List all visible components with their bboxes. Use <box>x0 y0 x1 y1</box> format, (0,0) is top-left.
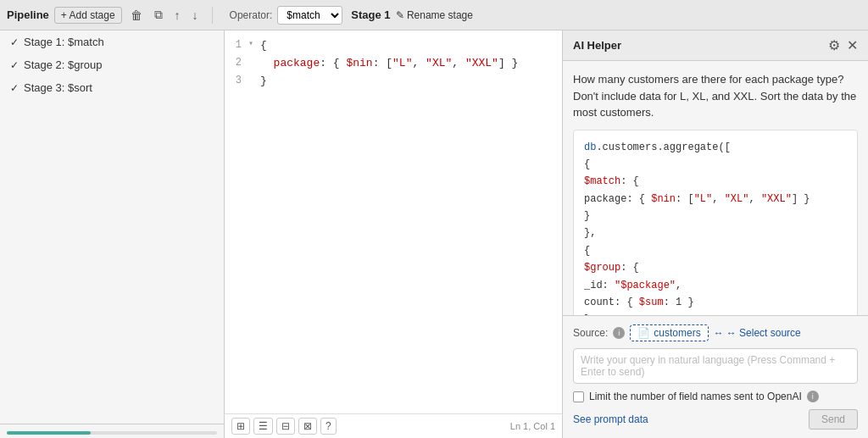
sidebar-item-stage1[interactable]: ✓ Stage 1: $match <box>0 30 224 53</box>
code-text: { <box>260 37 267 55</box>
ai-question-text: How many customers are there for each pa… <box>573 71 858 121</box>
query-placeholder-text: Write your query in natural language (Pr… <box>581 354 835 378</box>
ai-panel-header: AI Helper ⚙ ✕ <box>563 30 868 61</box>
pipeline-title: Pipeline <box>7 8 49 21</box>
code-text: package: { $nin: ["L", "XL", "XXL"] } <box>260 55 518 73</box>
ai-close-icon[interactable]: ✕ <box>847 37 858 53</box>
operator-section: Operator: $match $group $sort $project S… <box>230 6 473 25</box>
select-source-button[interactable]: ↔ ↔ Select source <box>714 327 801 339</box>
select-source-label: ↔ Select source <box>726 327 801 339</box>
toolbar-btn-3[interactable]: ⊟ <box>276 418 295 435</box>
check-icon: ✓ <box>10 36 19 48</box>
editor-line-2: 2 package: { $nin: ["L", "XL", "XXL"] } <box>225 55 562 73</box>
sidebar-footer <box>0 424 224 438</box>
send-row: See prompt data Send <box>573 409 858 430</box>
stage1-label: Stage 1: $match <box>24 36 104 48</box>
code-text: } <box>260 73 267 91</box>
editor-area: 1 ▾ { 2 package: { $nin: ["L", "XL", "XX… <box>225 30 563 438</box>
sidebar: ✓ Stage 1: $match ✓ Stage 2: $group ✓ St… <box>0 30 225 438</box>
collection-name: customers <box>654 327 700 339</box>
editor-footer: ⊞ ☰ ⊟ ⊠ ? Ln 1, Col 1 <box>225 413 562 438</box>
editor-line-1: 1 ▾ { <box>225 37 562 55</box>
progress-fill <box>7 431 91 435</box>
ai-footer: Source: i 📄 customers ↔ ↔ Select source … <box>563 315 868 438</box>
stage2-label: Stage 2: $group <box>24 58 103 71</box>
source-info-icon[interactable]: i <box>613 327 625 339</box>
line-number: 1 <box>225 37 248 53</box>
toolbar-btn-1[interactable]: ⊞ <box>231 418 250 435</box>
arrows-icon: ↔ <box>714 327 724 339</box>
toolbar-help-btn[interactable]: ? <box>320 418 337 435</box>
rename-stage-button[interactable]: ✎ Rename stage <box>396 9 473 21</box>
progress-bar <box>7 431 217 435</box>
limit-checkbox[interactable] <box>573 391 584 402</box>
source-row: Source: i 📄 customers ↔ ↔ Select source <box>573 324 858 341</box>
ai-panel: AI Helper ⚙ ✕ How many customers are the… <box>563 30 868 438</box>
ai-settings-icon[interactable]: ⚙ <box>828 37 840 53</box>
stage-label: Stage 1 <box>351 8 390 21</box>
toolbar-btn-4[interactable]: ⊠ <box>298 418 317 435</box>
editor-toolbar: ⊞ ☰ ⊟ ⊠ ? <box>231 418 337 435</box>
limit-label: Limit the number of field names sent to … <box>589 391 802 402</box>
operator-select[interactable]: $match $group $sort $project <box>277 6 342 25</box>
limit-info-icon[interactable]: i <box>807 391 819 402</box>
ai-code-block: db.customers.aggregate([ { $match: { pac… <box>573 130 858 316</box>
move-up-icon[interactable]: ↑ <box>171 7 184 24</box>
toolbar-btn-2[interactable]: ☰ <box>253 418 273 435</box>
collapse-arrow[interactable]: ▾ <box>248 37 260 51</box>
source-label: Source: <box>573 327 608 339</box>
check-icon: ✓ <box>10 82 19 94</box>
stage3-label: Stage 3: $sort <box>24 81 92 94</box>
editor-line-3: 3 } <box>225 73 562 91</box>
editor-content[interactable]: 1 ▾ { 2 package: { $nin: ["L", "XL", "XX… <box>225 30 562 413</box>
sidebar-item-stage3[interactable]: ✓ Stage 3: $sort <box>0 76 224 99</box>
main-content: ✓ Stage 1: $match ✓ Stage 2: $group ✓ St… <box>0 30 868 438</box>
operator-label: Operator: <box>230 9 273 21</box>
pipeline-section: Pipeline + Add stage 🗑 ⧉ ↑ ↓ <box>7 6 202 24</box>
status-bar: Ln 1, Col 1 <box>510 421 555 431</box>
top-bar: Pipeline + Add stage 🗑 ⧉ ↑ ↓ Operator: $… <box>0 0 868 30</box>
sidebar-item-stage2[interactable]: ✓ Stage 2: $group <box>0 53 224 76</box>
check-icon: ✓ <box>10 59 19 71</box>
document-icon: 📄 <box>637 327 650 339</box>
divider <box>212 7 213 24</box>
ai-header-icons: ⚙ ✕ <box>828 37 858 53</box>
limit-row: Limit the number of field names sent to … <box>573 391 858 402</box>
send-button[interactable]: Send <box>809 409 858 430</box>
delete-stage-icon[interactable]: 🗑 <box>127 7 146 24</box>
query-input-area[interactable]: Write your query in natural language (Pr… <box>573 348 858 384</box>
add-stage-button[interactable]: + Add stage <box>54 7 122 24</box>
move-down-icon[interactable]: ↓ <box>189 7 202 24</box>
see-prompt-link[interactable]: See prompt data <box>573 413 648 425</box>
copy-stage-icon[interactable]: ⧉ <box>151 6 166 24</box>
ai-panel-title: AI Helper <box>573 39 621 52</box>
line-number: 2 <box>225 55 248 71</box>
ai-body: How many customers are there for each pa… <box>563 61 868 315</box>
source-collection-chip[interactable]: 📄 customers <box>630 324 708 341</box>
line-number: 3 <box>225 73 248 89</box>
